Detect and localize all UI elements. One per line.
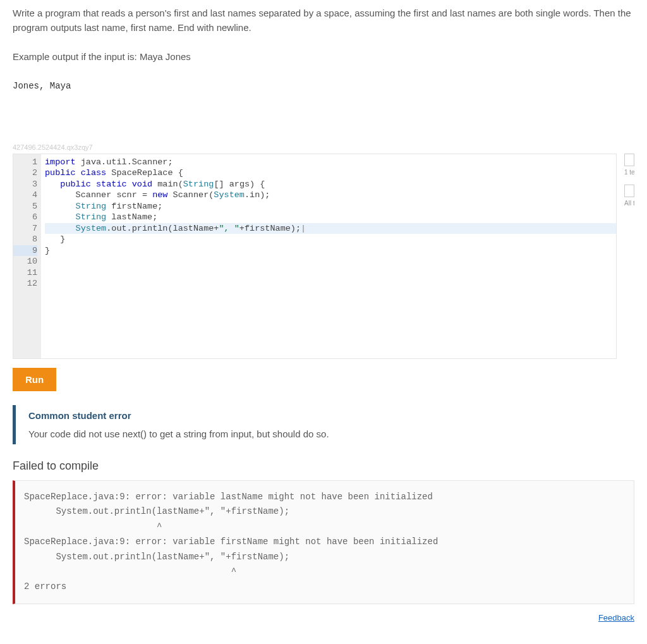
example-label: Example output if the input is: Maya Jon… — [13, 50, 634, 64]
code-line[interactable]: public class SpaceReplace { — [45, 167, 616, 179]
code-line[interactable]: String lastName; — [45, 212, 616, 223]
one-test-pass-label: 1 te pass — [624, 169, 634, 176]
code-lines-area[interactable]: import java.util.Scanner;public class Sp… — [41, 154, 616, 358]
problem-paragraph: Write a program that reads a person's fi… — [13, 6, 634, 35]
test-result-indicators: 1 te pass All te pass — [624, 154, 634, 359]
code-line[interactable]: System.out.println(lastName+", "+firstNa… — [45, 223, 616, 234]
compile-fail-heading: Failed to compile — [13, 459, 634, 473]
code-line[interactable]: Scanner scnr = new Scanner(System.in); — [45, 190, 616, 201]
line-number-gutter: 123456789101112 — [13, 154, 41, 358]
example-output: Jones, Maya — [13, 80, 634, 93]
code-editor[interactable]: 123456789101112 import java.util.Scanner… — [13, 154, 617, 359]
question-id: 427496.2524424.qx3zqy7 — [13, 143, 634, 151]
code-line[interactable]: String firstName; — [45, 201, 616, 212]
all-tests-pass-label: All te pass — [624, 200, 634, 207]
feedback-link[interactable]: Feedback — [13, 613, 634, 623]
common-error-title: Common student error — [28, 410, 634, 421]
common-error-body: Your code did not use next() to get a st… — [28, 428, 634, 439]
all-tests-pass-icon — [624, 185, 634, 197]
code-line[interactable]: import java.util.Scanner; — [45, 157, 616, 168]
code-line[interactable]: } — [45, 234, 616, 245]
code-line[interactable]: } — [45, 245, 616, 257]
compile-output: SpaceReplace.java:9: error: variable las… — [13, 480, 634, 605]
run-button[interactable]: Run — [13, 368, 56, 391]
code-line[interactable]: public static void main(String[] args) { — [45, 179, 616, 190]
problem-description: Write a program that reads a person's fi… — [13, 6, 634, 93]
one-test-pass-icon — [624, 154, 634, 166]
common-error-callout: Common student error Your code did not u… — [13, 405, 634, 444]
